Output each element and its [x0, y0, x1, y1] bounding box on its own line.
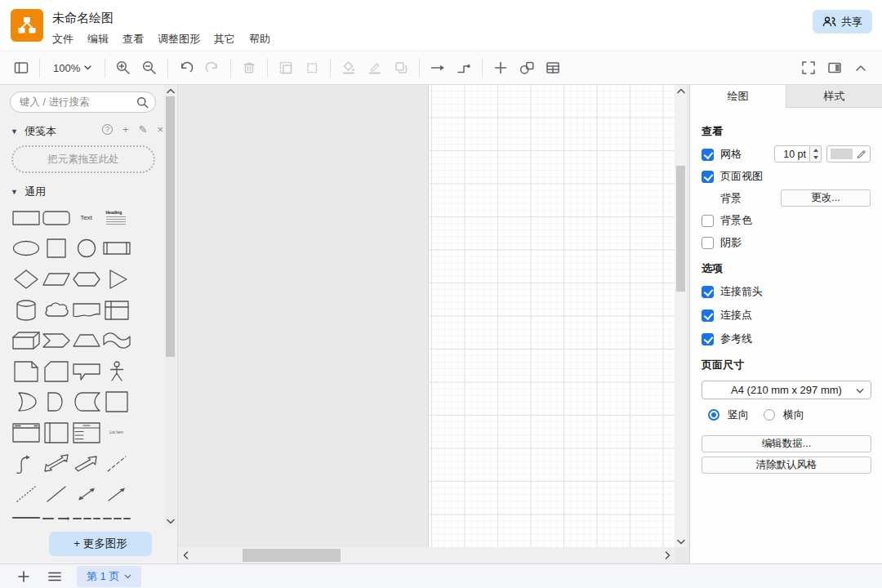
shape-search-box[interactable]	[10, 91, 156, 113]
shape-text[interactable]: Text	[71, 203, 101, 234]
page-view-checkbox[interactable]	[702, 171, 714, 183]
shape-note[interactable]	[11, 356, 41, 387]
landscape-radio[interactable]	[764, 409, 775, 421]
shape-curve[interactable]	[11, 448, 41, 479]
pages-menu-button[interactable]	[42, 566, 67, 587]
shape-partial-link-3[interactable]	[101, 510, 131, 527]
menu-view[interactable]: 查看	[122, 32, 144, 47]
shape-cylinder[interactable]	[11, 295, 41, 326]
shape-list-item[interactable]: List Item	[101, 417, 131, 448]
menu-help[interactable]: 帮助	[249, 32, 270, 47]
scratchpad-drop-area[interactable]: 把元素拖至此处	[11, 145, 155, 173]
shape-container[interactable]	[101, 387, 131, 418]
drawing-canvas[interactable]	[178, 85, 689, 564]
spinner-up-icon[interactable]	[810, 146, 821, 154]
shape-horizontal-line[interactable]	[11, 510, 41, 527]
waypoints-button[interactable]	[451, 56, 477, 80]
shape-data-storage[interactable]	[71, 387, 101, 418]
sidebar-scrollbar[interactable]	[164, 85, 176, 527]
portrait-radio[interactable]	[708, 409, 719, 421]
shape-diamond[interactable]	[11, 264, 41, 295]
connection-arrow-button[interactable]	[425, 56, 451, 80]
shape-cube[interactable]	[11, 325, 41, 356]
shape-arrow[interactable]	[71, 448, 101, 479]
canvas-hscroll-thumb[interactable]	[243, 549, 341, 562]
guides-checkbox[interactable]	[702, 333, 714, 345]
scroll-down-arrow-icon[interactable]	[164, 515, 176, 527]
shape-and[interactable]	[41, 387, 71, 418]
canvas-horizontal-scrollbar[interactable]	[178, 547, 675, 564]
menu-extras[interactable]: 其它	[214, 32, 235, 47]
scratchpad-add-icon[interactable]: +	[122, 124, 129, 135]
scratchpad-close-icon[interactable]: ×	[158, 124, 164, 135]
general-section-header[interactable]: ▼ 通用	[11, 185, 46, 199]
shape-card[interactable]	[41, 356, 71, 387]
scroll-up-arrow-icon[interactable]	[164, 85, 176, 96]
shape-search-input[interactable]	[20, 96, 136, 108]
tab-style[interactable]: 样式	[786, 85, 882, 108]
shape-rounded-rectangle[interactable]	[41, 203, 71, 234]
collapse-toolbar-button[interactable]	[848, 56, 874, 80]
change-background-button[interactable]: 更改...	[781, 189, 871, 207]
shape-square[interactable]	[41, 234, 71, 265]
zoom-in-button[interactable]	[110, 56, 136, 80]
background-color-checkbox[interactable]	[702, 215, 714, 227]
zoom-out-button[interactable]	[136, 56, 163, 80]
shape-process[interactable]	[101, 234, 131, 265]
connection-points-checkbox[interactable]	[702, 310, 714, 322]
tab-diagram[interactable]: 绘图	[690, 85, 786, 108]
insert-shape-button[interactable]	[514, 56, 540, 80]
shape-document[interactable]	[71, 295, 101, 326]
toggle-format-panel-button[interactable]	[822, 56, 848, 80]
shape-list[interactable]	[71, 417, 101, 448]
paper-size-select[interactable]: A4 (210 mm x 297 mm)	[702, 381, 871, 399]
shape-internal-storage[interactable]	[101, 295, 131, 326]
shape-bidirectional-connector[interactable]	[71, 479, 101, 510]
canvas-page[interactable]	[428, 85, 676, 547]
canvas-scroll-down-icon[interactable]	[675, 536, 687, 547]
toggle-shapes-panel-button[interactable]	[8, 56, 34, 80]
menu-edit[interactable]: 编辑	[87, 32, 109, 47]
shadow-button[interactable]	[388, 56, 414, 80]
share-button[interactable]: 共享	[813, 10, 872, 33]
shape-hexagon[interactable]	[71, 264, 101, 295]
canvas-vscroll-thumb[interactable]	[676, 166, 685, 292]
shape-tape[interactable]	[101, 325, 131, 356]
grid-size-spinner[interactable]	[810, 145, 822, 163]
shape-or[interactable]	[11, 387, 41, 418]
delete-button[interactable]	[236, 56, 262, 80]
shape-ellipse[interactable]	[11, 234, 41, 265]
menu-arrange[interactable]: 调整图形	[158, 32, 200, 47]
shape-cloud[interactable]	[41, 295, 71, 326]
zoom-dropdown[interactable]: 100%	[45, 56, 100, 80]
shape-parallelogram[interactable]	[41, 264, 71, 295]
connection-arrows-checkbox[interactable]	[702, 286, 714, 298]
spinner-down-icon[interactable]	[810, 154, 821, 163]
shape-link[interactable]	[41, 510, 71, 527]
line-color-button[interactable]	[362, 56, 388, 80]
shape-rectangle[interactable]	[11, 203, 41, 234]
shape-vertical-container[interactable]	[41, 417, 71, 448]
shape-trapezoid[interactable]	[71, 325, 101, 356]
insert-table-button[interactable]	[540, 56, 566, 80]
to-front-button[interactable]	[273, 56, 299, 80]
scratchpad-help-icon[interactable]: ?	[102, 124, 113, 135]
canvas-scroll-right-icon[interactable]	[660, 547, 675, 564]
shape-line[interactable]	[41, 479, 71, 510]
shape-partial-link-2[interactable]	[71, 510, 101, 527]
undo-button[interactable]	[173, 56, 199, 80]
redo-button[interactable]	[199, 56, 225, 80]
shape-circle[interactable]	[71, 234, 101, 265]
search-icon[interactable]	[136, 96, 149, 109]
shape-bidirectional-arrow[interactable]	[41, 448, 71, 479]
edit-data-button[interactable]: 编辑数据...	[702, 435, 871, 452]
scratchpad-edit-icon[interactable]: ✎	[139, 124, 148, 135]
shape-browser-window[interactable]	[11, 417, 41, 448]
shape-directional-connector[interactable]	[101, 479, 131, 510]
page-tab-1[interactable]: 第 1 页	[77, 566, 141, 587]
canvas-scroll-up-icon[interactable]	[675, 85, 687, 96]
insert-button[interactable]	[488, 56, 514, 80]
shape-triangle[interactable]	[101, 264, 131, 295]
shape-dashed-line[interactable]	[101, 448, 131, 479]
fill-color-button[interactable]	[336, 56, 362, 80]
